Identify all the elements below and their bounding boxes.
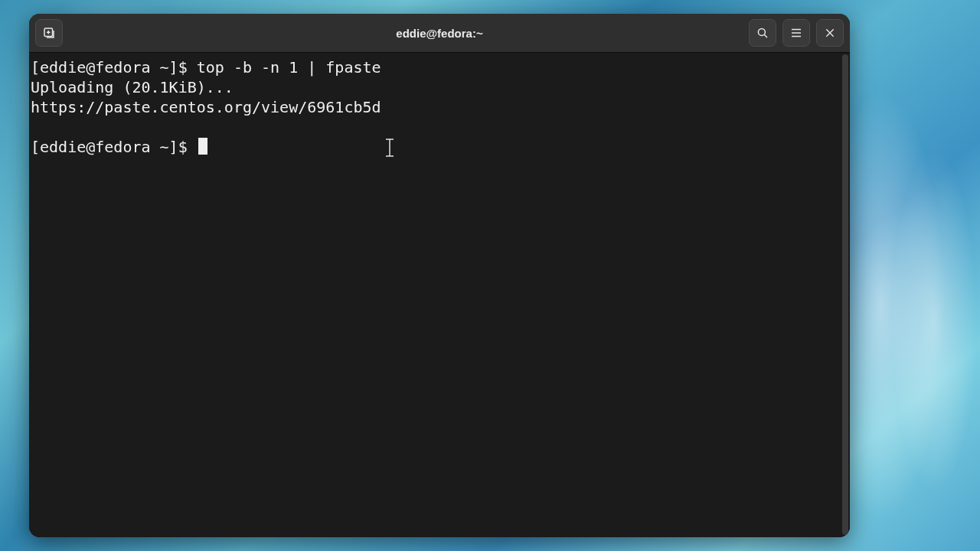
menu-button[interactable] [782,19,810,47]
command-text: top -b -n 1 | fpaste [197,58,381,77]
terminal-window: eddie@fedora:~ [29,14,850,537]
output-line: Uploading (20.1KiB)... [31,78,234,96]
svg-line-4 [764,34,767,37]
terminal-text: [eddie@fedora ~]$ top -b -n 1 | fpaste U… [31,57,839,157]
close-icon [824,27,836,39]
scrollbar[interactable] [841,53,850,537]
new-tab-icon [42,26,56,40]
hamburger-icon [789,26,803,40]
prompt: [eddie@fedora ~]$ [31,138,197,156]
block-cursor [198,138,207,155]
svg-point-3 [758,28,765,35]
prompt: [eddie@fedora ~]$ [31,58,197,77]
desktop-wallpaper: eddie@fedora:~ [0,0,980,551]
terminal-body: [eddie@fedora ~]$ top -b -n 1 | fpaste U… [29,53,850,537]
output-line: https://paste.centos.org/view/6961cb5d [31,98,381,116]
text-cursor-ibeam [389,139,390,156]
scrollbar-thumb[interactable] [842,54,848,535]
new-tab-button[interactable] [35,19,63,47]
titlebar: eddie@fedora:~ [29,14,850,53]
search-icon [756,26,769,40]
window-title: eddie@fedora:~ [29,27,850,40]
terminal-output[interactable]: [eddie@fedora ~]$ top -b -n 1 | fpaste U… [29,53,841,537]
close-button[interactable] [816,19,844,47]
search-button[interactable] [749,19,776,47]
